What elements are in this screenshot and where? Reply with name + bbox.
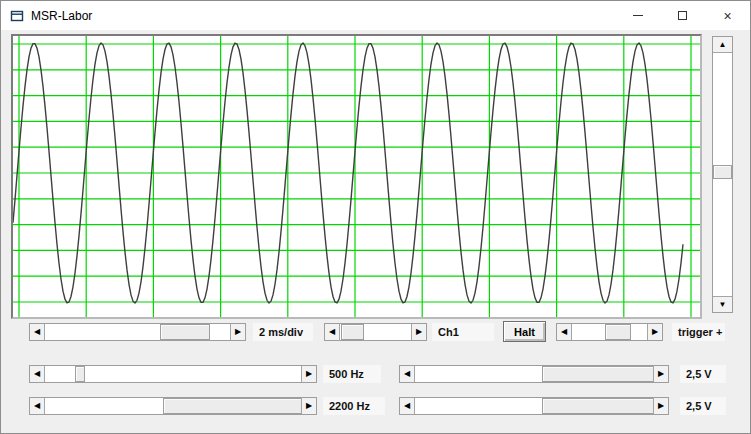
generator1-frequency-thumb[interactable] xyxy=(75,366,85,382)
left-arrow-icon: ◀ xyxy=(34,328,40,336)
generator2-amplitude-thumb[interactable] xyxy=(542,398,654,414)
scroll-down-button[interactable]: ▼ xyxy=(713,296,732,312)
trigger-scrollbar-thumb[interactable] xyxy=(605,324,631,340)
right-arrow-icon: ▶ xyxy=(658,402,664,410)
timebase-label: 2 ms/div xyxy=(253,323,313,341)
timebase-scrollbar[interactable]: ◀ ▶ xyxy=(29,323,246,341)
minimize-button[interactable] xyxy=(615,1,660,30)
left-arrow-icon: ◀ xyxy=(329,328,335,336)
scroll-right-button[interactable]: ▶ xyxy=(301,398,316,414)
scroll-right-button[interactable]: ▶ xyxy=(301,366,316,382)
trigger-scrollbar[interactable]: ◀ ▶ xyxy=(556,323,663,341)
up-arrow-icon: ▲ xyxy=(719,41,727,49)
generator1-amplitude-scrollbar[interactable]: ◀ ▶ xyxy=(399,365,669,383)
scroll-left-button[interactable]: ◀ xyxy=(557,324,572,340)
generator2-amplitude-scrollbar[interactable]: ◀ ▶ xyxy=(399,397,669,415)
left-arrow-icon: ◀ xyxy=(404,402,410,410)
scroll-right-button[interactable]: ▶ xyxy=(411,324,426,340)
generator2-amplitude-label: 2,5 V xyxy=(680,397,726,415)
left-arrow-icon: ◀ xyxy=(404,370,410,378)
oscilloscope-canvas xyxy=(13,36,700,317)
scroll-right-button[interactable]: ▶ xyxy=(230,324,245,340)
halt-button[interactable]: Halt xyxy=(503,321,546,342)
titlebar: MSR-Labor × xyxy=(1,1,750,30)
vertical-scrollbar-thumb[interactable] xyxy=(713,165,732,179)
right-arrow-icon: ▶ xyxy=(235,328,241,336)
scroll-left-button[interactable]: ◀ xyxy=(400,398,415,414)
vertical-scrollbar[interactable]: ▲ ▼ xyxy=(712,36,733,313)
generator2-frequency-thumb[interactable] xyxy=(163,398,302,414)
maximize-icon xyxy=(678,11,687,20)
app-icon xyxy=(10,10,24,22)
scroll-left-button[interactable]: ◀ xyxy=(30,324,45,340)
trigger-label: trigger + xyxy=(672,323,725,341)
oscilloscope-display xyxy=(11,34,702,319)
generator2-frequency-scrollbar[interactable]: ◀ ▶ xyxy=(29,397,317,415)
generator1-frequency-label: 500 Hz xyxy=(323,365,381,383)
close-icon: × xyxy=(723,9,731,23)
minimize-icon xyxy=(633,15,643,16)
timebase-scrollbar-thumb[interactable] xyxy=(160,324,210,340)
generator1-frequency-scrollbar[interactable]: ◀ ▶ xyxy=(29,365,317,383)
channel-scrollbar[interactable]: ◀ ▶ xyxy=(324,323,427,341)
down-arrow-icon: ▼ xyxy=(719,301,727,309)
channel-label: Ch1 xyxy=(432,323,494,341)
scroll-left-button[interactable]: ◀ xyxy=(30,398,45,414)
close-button[interactable]: × xyxy=(705,1,750,30)
left-arrow-icon: ◀ xyxy=(561,328,567,336)
window-title: MSR-Labor xyxy=(31,9,92,23)
scroll-left-button[interactable]: ◀ xyxy=(400,366,415,382)
generator1-amplitude-thumb[interactable] xyxy=(542,366,654,382)
caption-buttons: × xyxy=(615,1,750,30)
scroll-right-button[interactable]: ▶ xyxy=(653,398,668,414)
right-arrow-icon: ▶ xyxy=(306,370,312,378)
scroll-left-button[interactable]: ◀ xyxy=(325,324,340,340)
scroll-left-button[interactable]: ◀ xyxy=(30,366,45,382)
left-arrow-icon: ◀ xyxy=(34,370,40,378)
scroll-right-button[interactable]: ▶ xyxy=(653,366,668,382)
right-arrow-icon: ▶ xyxy=(658,370,664,378)
app-window: MSR-Labor × ▲ ▼ ◀ ▶ 2 ms/div ◀ ▶ Ch1 Hal… xyxy=(0,0,751,434)
maximize-button[interactable] xyxy=(660,1,705,30)
scroll-up-button[interactable]: ▲ xyxy=(713,37,732,53)
generator2-frequency-label: 2200 Hz xyxy=(323,397,385,415)
right-arrow-icon: ▶ xyxy=(306,402,312,410)
right-arrow-icon: ▶ xyxy=(416,328,422,336)
right-arrow-icon: ▶ xyxy=(652,328,658,336)
scroll-right-button[interactable]: ▶ xyxy=(647,324,662,340)
channel-scrollbar-thumb[interactable] xyxy=(341,324,364,340)
left-arrow-icon: ◀ xyxy=(34,402,40,410)
generator1-amplitude-label: 2,5 V xyxy=(680,365,726,383)
